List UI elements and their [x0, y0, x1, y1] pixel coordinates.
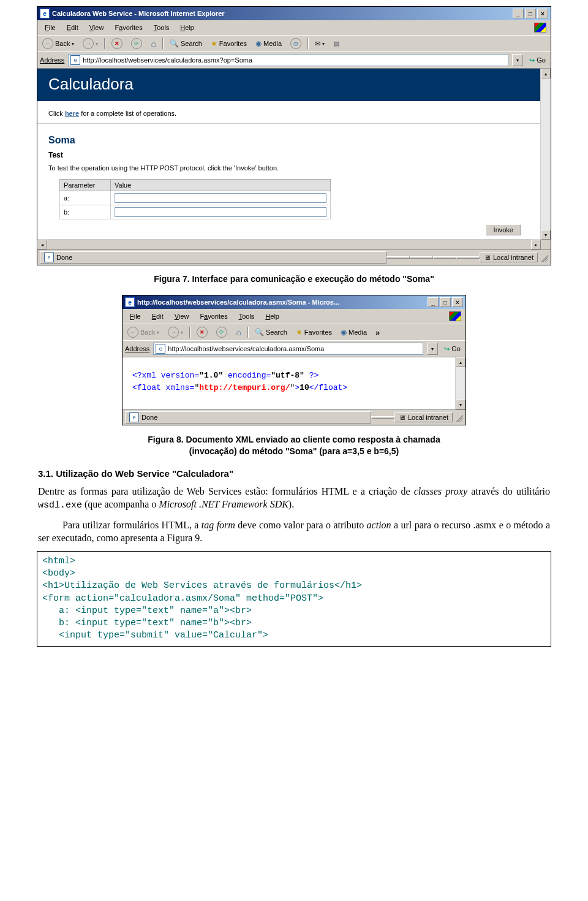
status-zone: Local intranet	[408, 414, 448, 421]
favorites-button[interactable]: Favorites	[208, 38, 249, 49]
refresh-button[interactable]: ⟳	[129, 37, 145, 50]
mail-button[interactable]: ✉▾	[312, 39, 327, 49]
test-label: Test	[48, 151, 540, 159]
search-button[interactable]: Search	[252, 327, 290, 338]
close-button[interactable]: ×	[452, 297, 463, 307]
menu-favorites[interactable]: Favorites	[195, 311, 232, 321]
address-input[interactable]: e http://localhost/webservices/calculado…	[153, 343, 423, 355]
status-zone: Local intranet	[493, 254, 533, 261]
window-title: Calculadora Web Service - Microsoft Inte…	[52, 10, 225, 17]
close-button[interactable]: ×	[537, 9, 548, 18]
status-done: Done	[56, 254, 72, 261]
windows-flag-icon	[447, 310, 463, 322]
ie-app-icon: e	[125, 297, 135, 307]
menubar: File Edit View Favorites Tools Help	[37, 20, 551, 35]
minimize-button[interactable]: _	[513, 9, 524, 18]
scroll-up-button[interactable]: ▴	[456, 357, 466, 367]
figure-8-caption: Figura 8. Documento XML enviado ao clien…	[37, 434, 551, 457]
param-b-input[interactable]	[115, 207, 326, 217]
code-listing: <html> <body> <h1>Utilização de Web Serv…	[37, 551, 551, 647]
forward-button[interactable]: →▾	[165, 325, 186, 339]
status-page-icon: e	[129, 412, 139, 422]
scroll-right-button[interactable]: ▸	[531, 240, 541, 249]
statusbar: eDone Local intranet	[123, 409, 466, 425]
maximize-button[interactable]: □	[440, 297, 451, 307]
stop-button[interactable]: ✖	[194, 325, 210, 339]
address-bar: Address e http://localhost/webservices/c…	[37, 51, 551, 68]
minimize-button[interactable]: _	[428, 297, 439, 307]
go-button[interactable]: Go	[527, 56, 548, 65]
go-button[interactable]: Go	[442, 344, 463, 354]
menubar: File Edit View Favorites Tools Help	[123, 309, 466, 324]
titlebar: e Calculadora Web Service - Microsoft In…	[37, 7, 551, 20]
address-dropdown[interactable]: ▾	[427, 343, 438, 355]
media-button[interactable]: Media	[253, 38, 284, 49]
th-parameter: Parameter	[60, 180, 111, 191]
zone-icon	[399, 414, 405, 421]
resize-grip[interactable]	[540, 253, 548, 262]
menu-help[interactable]: Help	[175, 23, 199, 32]
stop-button[interactable]: ✖	[109, 37, 125, 50]
address-dropdown[interactable]: ▾	[512, 54, 523, 66]
vertical-scrollbar[interactable]: ▴ ▾	[455, 357, 466, 409]
more-button[interactable]	[373, 327, 382, 338]
menu-tools[interactable]: Tools	[234, 311, 260, 321]
resize-grip[interactable]	[454, 413, 463, 422]
scroll-down-button[interactable]: ▾	[456, 400, 466, 409]
window-title: http://localhost/webservices/calculadora…	[137, 298, 339, 306]
figure-7-caption: Figura 7. Interface para comunicação e e…	[37, 274, 551, 284]
param-b-label: b:	[60, 205, 111, 219]
menu-favorites[interactable]: Favorites	[110, 23, 147, 32]
scroll-up-button[interactable]: ▴	[541, 69, 551, 78]
menu-edit[interactable]: Edit	[147, 311, 168, 321]
status-done: Done	[141, 414, 157, 421]
maximize-button[interactable]: □	[525, 9, 536, 18]
page-icon: e	[156, 344, 165, 354]
menu-view[interactable]: View	[85, 23, 109, 32]
th-value: Value	[111, 180, 331, 191]
favorites-button[interactable]: Favorites	[293, 327, 334, 338]
method-name: Soma	[48, 135, 540, 146]
menu-tools[interactable]: Tools	[149, 23, 175, 32]
param-a-input[interactable]	[115, 193, 326, 203]
print-button[interactable]	[331, 39, 342, 49]
ie-window-1: e Calculadora Web Service - Microsoft In…	[37, 6, 551, 265]
scroll-down-button[interactable]: ▾	[541, 230, 551, 240]
search-button[interactable]: Search	[167, 38, 205, 49]
windows-flag-icon	[532, 21, 548, 34]
back-button[interactable]: ←Back▾	[40, 37, 77, 50]
parameter-table: Parameter Value a: b:	[59, 179, 331, 219]
vertical-scrollbar[interactable]: ▴ ▾	[540, 69, 551, 240]
toolbar: ←Back▾ →▾ ✖ ⟳ Search Favorites Media ◷ ✉…	[37, 35, 551, 51]
back-button[interactable]: ←Back▾	[125, 325, 162, 339]
here-link[interactable]: here	[65, 110, 79, 117]
address-bar: Address e http://localhost/webservices/c…	[123, 340, 466, 357]
history-button[interactable]: ◷	[288, 37, 304, 50]
forward-button[interactable]: →▾	[80, 37, 100, 50]
refresh-button[interactable]: ⟳	[214, 325, 230, 339]
menu-help[interactable]: Help	[260, 311, 284, 321]
home-button[interactable]	[233, 326, 243, 338]
xml-response: <?xml version="1.0" encoding="utf-8" ?> …	[123, 357, 455, 409]
menu-file[interactable]: File	[125, 311, 146, 321]
toolbar: ←Back▾ →▾ ✖ ⟳ Search Favorites Media	[123, 324, 466, 340]
menu-edit[interactable]: Edit	[62, 23, 83, 32]
ie-window-2: e http://localhost/webservices/calculado…	[122, 295, 466, 425]
address-label: Address	[125, 345, 149, 352]
param-a-label: a:	[60, 191, 111, 205]
status-page-icon: e	[44, 253, 54, 262]
scroll-left-button[interactable]: ◂	[37, 240, 47, 249]
home-button[interactable]	[148, 37, 158, 50]
address-label: Address	[40, 56, 64, 64]
horizontal-scrollbar[interactable]: ◂ ▸	[37, 239, 551, 249]
invoke-button[interactable]: Invoke	[486, 224, 521, 235]
address-url-text: http://localhost/webservices/calculadora…	[83, 56, 252, 64]
statusbar: eDone Local intranet	[37, 249, 551, 265]
content-area: Calculadora Click here for a complete li…	[37, 68, 551, 249]
media-button[interactable]: Media	[338, 327, 369, 338]
paragraph-2: Para utilizar formulários HTML, a tag fo…	[38, 519, 550, 545]
menu-file[interactable]: File	[40, 23, 61, 32]
menu-view[interactable]: View	[170, 311, 194, 321]
table-row: b:	[60, 205, 331, 219]
address-input[interactable]: e http://localhost/webservices/calculado…	[68, 54, 508, 66]
